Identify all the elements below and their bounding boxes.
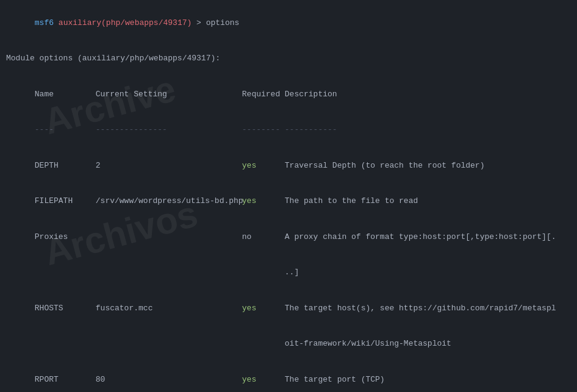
col-name-header: Name <box>35 88 96 101</box>
msf6-label-1: msf6 <box>35 18 54 27</box>
row-value: 2 <box>96 160 242 172</box>
row-value: fuscator.mcc <box>96 302 242 315</box>
row-desc: Traversal Depth (to reach the root folde… <box>285 161 485 170</box>
table-row: ProxiesnoA proxy chain of format type:ho… <box>6 219 571 255</box>
terminal[interactable]: msf6 auxiliary(php/webapps/49317) > opti… <box>6 5 571 392</box>
row-required: yes <box>242 195 285 207</box>
space-1 <box>54 18 59 27</box>
row-desc: The target host(s), see https://github.c… <box>285 304 556 313</box>
row-required: yes <box>242 160 285 172</box>
ul-name: ---- <box>35 124 96 136</box>
table-row: RHOSTSfuscator.mccyesThe target host(s),… <box>6 290 571 326</box>
row-name: RPORT <box>35 374 96 386</box>
row-desc: A proxy chain of format type:host:port[,… <box>285 232 556 241</box>
ul-desc: ----------- <box>285 125 337 134</box>
prompt-line-1: msf6 auxiliary(php/webapps/49317) > opti… <box>6 5 571 41</box>
table-row: DEPTH2yesTraversal Depth (to reach the r… <box>6 148 571 184</box>
ul-required: -------- <box>242 124 285 136</box>
row-name: RHOSTS <box>35 302 96 315</box>
row-desc-cont: ..] <box>285 268 299 277</box>
row-required: no <box>242 231 285 243</box>
row-desc-cont: oit-framework/wiki/Using-Metasploit <box>285 339 451 348</box>
row-desc: The target port (TCP) <box>285 375 385 384</box>
row-desc: The path to the file to read <box>285 196 418 205</box>
col-setting-header: Current Setting <box>96 88 242 101</box>
terminal-container: Archive Archivos msf6 auxiliary(php/weba… <box>6 5 571 392</box>
row-name: Proxies <box>35 231 96 243</box>
row-name: FILEPATH <box>35 195 96 207</box>
row-required: yes <box>242 302 285 315</box>
arrow-1: > <box>192 18 206 27</box>
row-value: /srv/www/wordpress/utils-bd.php <box>96 195 242 207</box>
command-1: options <box>206 18 240 27</box>
ul-setting: --------------- <box>96 124 242 136</box>
table-row: RPORT80yesThe target port (TCP) <box>6 362 571 392</box>
table-row-cont: ..] <box>6 255 571 291</box>
table-header-row: NameCurrent SettingRequiredDescription <box>6 76 571 112</box>
row-required: yes <box>242 374 285 386</box>
table-row-cont: oit-framework/wiki/Using-Metasploit <box>6 326 571 362</box>
col-desc-header: Description <box>285 90 337 99</box>
table-underline-row: -------------------------------------- <box>6 112 571 148</box>
module-label-1: auxiliary(php/webapps/49317) <box>59 18 192 27</box>
row-name: DEPTH <box>35 160 96 172</box>
col-required-header: Required <box>242 88 285 101</box>
row-value: 80 <box>96 374 242 386</box>
blank-line-1 <box>6 41 571 53</box>
blank-line-2 <box>6 65 571 77</box>
module-options-header: Module options (auxiliary/php/webapps/49… <box>6 52 571 65</box>
table-row: FILEPATH/srv/www/wordpress/utils-bd.phpy… <box>6 184 571 219</box>
